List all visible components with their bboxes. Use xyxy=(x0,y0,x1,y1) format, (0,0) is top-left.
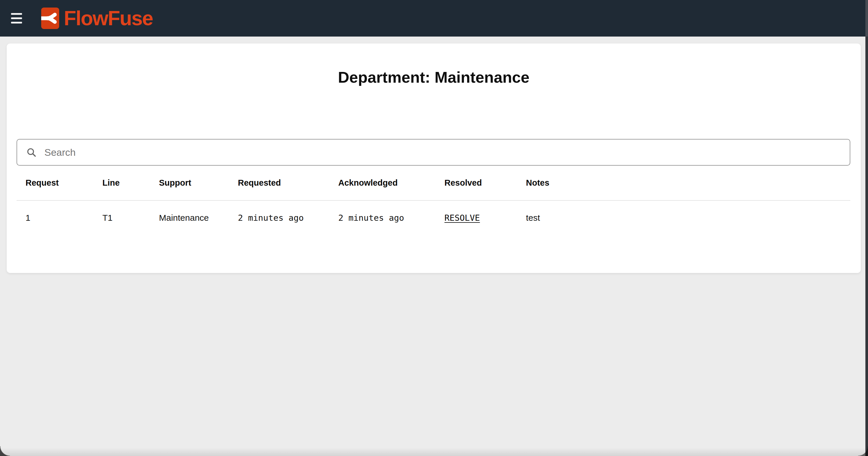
vertical-scrollbar[interactable] xyxy=(865,0,868,456)
menu-icon xyxy=(11,13,22,15)
column-header-requested: Requested xyxy=(229,178,329,188)
table-row: 1 T1 Maintenance 2 minutes ago 2 minutes… xyxy=(17,201,850,235)
requests-table: Request Line Support Requested Acknowled… xyxy=(17,165,850,235)
dashboard-screen: FlowFuse Department: Maintenance Request… xyxy=(0,0,868,456)
search-box xyxy=(17,139,850,165)
cell-notes: test xyxy=(517,213,850,223)
page-title: Department: Maintenance xyxy=(7,68,861,86)
resolve-link[interactable]: RESOLVE xyxy=(444,213,480,223)
column-header-notes: Notes xyxy=(517,178,850,188)
flowfuse-branch-icon xyxy=(41,7,59,29)
column-header-acknowledged: Acknowledged xyxy=(329,178,435,188)
cell-requested: 2 minutes ago xyxy=(229,213,329,223)
menu-button[interactable] xyxy=(11,11,26,26)
screen-corner-bottom-left xyxy=(0,446,10,456)
search-icon xyxy=(26,147,37,158)
bottom-edge-shadow xyxy=(0,448,868,456)
table-header-row: Request Line Support Requested Acknowled… xyxy=(17,165,850,201)
column-header-support: Support xyxy=(150,178,229,188)
column-header-resolved: Resolved xyxy=(435,178,517,188)
column-header-request: Request xyxy=(17,178,93,188)
top-nav-bar: FlowFuse xyxy=(0,0,868,36)
content-card: Department: Maintenance Request Line Sup… xyxy=(7,43,861,273)
flowfuse-logo-tile xyxy=(41,7,59,29)
menu-icon xyxy=(11,22,22,24)
cell-support: Maintenance xyxy=(150,213,229,223)
menu-icon xyxy=(11,18,22,19)
column-header-line: Line xyxy=(93,178,150,188)
cell-request: 1 xyxy=(17,213,93,223)
cell-line: T1 xyxy=(93,213,150,223)
cell-acknowledged: 2 minutes ago xyxy=(329,213,435,223)
brand-name: FlowFuse xyxy=(64,8,153,28)
search-input[interactable] xyxy=(44,141,844,164)
